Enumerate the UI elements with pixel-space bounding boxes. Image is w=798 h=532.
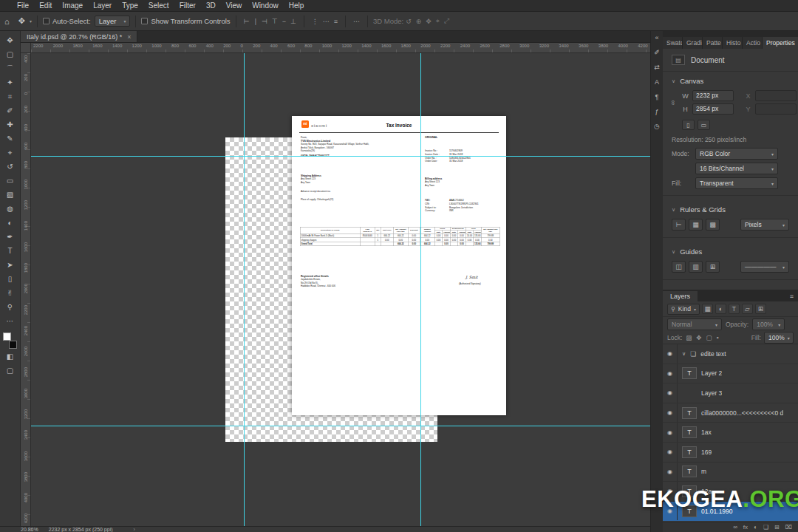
menu-item[interactable]: Edit (34, 0, 57, 12)
layer-row[interactable]: ◉ T 169 (663, 443, 798, 463)
layer-row[interactable]: ◉ T m (663, 463, 798, 482)
rulers-grids-section-header[interactable]: ∨ Rulers & Grids (663, 200, 798, 216)
filter-pixel-layers-icon[interactable]: ▦ (702, 304, 713, 314)
eyedropper-tool[interactable]: ✐ (1, 103, 19, 117)
layer-filter-kind-dropdown[interactable]: ⚲ Kind ▾ (667, 304, 700, 315)
dodge-tool[interactable]: ◐ (1, 216, 19, 230)
color-mode-dropdown[interactable]: RGB Color ▾ (695, 148, 778, 160)
toggle-rulers-icon[interactable]: ⊢ (672, 219, 686, 231)
brush-tool[interactable]: ✎ (1, 132, 19, 146)
marquee-tool[interactable]: ▢ (1, 47, 19, 61)
distribute-spacing-icon[interactable]: ≡ (334, 18, 338, 25)
glyphs-panel-icon[interactable]: ƒ (655, 108, 658, 115)
visibility-eye-icon[interactable]: ◉ (667, 389, 672, 396)
visibility-eye-icon[interactable]: ◉ (667, 350, 672, 357)
guide-vertical[interactable] (244, 53, 245, 526)
new-layer-icon[interactable]: ⊞ (774, 524, 780, 531)
lock-guides-icon[interactable]: ⊞ (706, 261, 720, 273)
healing-brush-tool[interactable]: ✚ (1, 117, 19, 132)
home-icon[interactable]: ⌂ (4, 17, 10, 26)
canvas-width-input[interactable]: 2232 px (692, 90, 734, 101)
guide-vertical[interactable] (420, 53, 421, 526)
layer-row[interactable]: ◉ Layer 3 (663, 383, 798, 403)
quick-selection-tool[interactable]: ✦ (1, 75, 19, 89)
guide-horizontal[interactable] (31, 426, 650, 426)
distribute-horizontal-icon[interactable]: ⋯ (323, 18, 330, 25)
menu-item[interactable]: Layer (88, 0, 117, 12)
opacity-dropdown[interactable]: 100% ▾ (752, 318, 785, 330)
delete-layer-icon[interactable]: ⌧ (785, 524, 792, 531)
canvas-fill-dropdown[interactable]: Transparent ▾ (695, 177, 778, 189)
blend-mode-dropdown[interactable]: Normal ▾ (667, 318, 722, 330)
quick-mask-icon[interactable]: ◧ (1, 349, 19, 364)
chevron-right-icon[interactable]: › (134, 527, 135, 532)
panel-menu-icon[interactable]: ≡ (785, 293, 798, 301)
visibility-eye-icon[interactable]: ◉ (667, 370, 672, 377)
align-center-horizontal-icon[interactable]: ∣ (253, 18, 257, 25)
menu-item[interactable]: View (221, 0, 248, 12)
fill-dropdown[interactable]: 100% ▾ (764, 332, 794, 344)
move-tool[interactable]: ✥ (1, 33, 19, 47)
link-layers-icon[interactable]: ∞ (733, 524, 737, 531)
auto-select-checkbox[interactable] (43, 18, 50, 24)
lock-all-icon[interactable]: ▪ (717, 334, 719, 341)
filter-adjustment-layers-icon[interactable]: ◐ (715, 304, 726, 314)
clone-stamp-tool[interactable]: ⌖ (1, 146, 19, 160)
align-left-icon[interactable]: ⊢ (244, 18, 250, 25)
auto-select-target-dropdown[interactable]: Layer ▾ (95, 16, 131, 27)
more-options-icon[interactable]: ⋯ (353, 18, 360, 25)
hand-tool[interactable]: ✌ (1, 286, 19, 300)
pen-tool[interactable]: ✒ (1, 230, 19, 244)
bit-depth-dropdown[interactable]: 16 Bits/Channel ▾ (695, 163, 778, 174)
panel-tab[interactable]: Histo (723, 37, 743, 49)
layer-mask-icon[interactable]: ❏ (763, 524, 768, 531)
lock-position-icon[interactable]: ✥ (696, 334, 701, 341)
canvas-height-input[interactable]: 2854 px (692, 103, 734, 115)
filter-type-layers-icon[interactable]: T (729, 304, 740, 314)
menu-item[interactable]: Type (117, 0, 143, 12)
guide-style-dropdown[interactable]: ————— ▾ (740, 261, 789, 273)
align-right-icon[interactable]: ⊣ (262, 18, 267, 25)
history-panel-icon[interactable]: ◷ (654, 123, 660, 130)
history-brush-tool[interactable]: ↺ (1, 160, 19, 174)
link-dimensions-icon[interactable]: ∞ (669, 100, 677, 105)
landscape-orientation-button[interactable]: ▭ (698, 120, 710, 130)
visibility-eye-icon[interactable]: ◉ (667, 429, 672, 436)
background-color-swatch[interactable] (9, 341, 17, 349)
menu-item[interactable]: Filter (174, 0, 201, 12)
type-tool[interactable]: T (1, 244, 19, 258)
eraser-tool[interactable]: ▭ (1, 174, 19, 188)
guides-section-header[interactable]: ∨ Guides (663, 242, 798, 259)
distribute-vertical-icon[interactable]: ⋮ (312, 18, 318, 25)
menu-item[interactable]: Help (284, 0, 310, 12)
lasso-tool[interactable]: ⌒ (1, 61, 19, 75)
move-tool-preset-icon[interactable]: ✥ (18, 16, 25, 26)
swap-panel-icon[interactable]: ⇄ (654, 64, 660, 71)
lock-transparency-icon[interactable]: ▨ (686, 334, 692, 341)
character-panel-icon[interactable]: A (655, 78, 659, 86)
path-selection-tool[interactable]: ➤ (1, 258, 19, 272)
panel-tab[interactable]: Swatc (663, 37, 683, 49)
menu-item[interactable]: File (12, 0, 34, 12)
guides-from-shape-icon[interactable]: ▥ (689, 261, 703, 273)
layer-row[interactable]: ◉ T Layer 2 (663, 364, 798, 384)
portrait-orientation-button[interactable]: ▯ (682, 120, 695, 130)
toggle-snap-icon[interactable]: ▩ (706, 219, 720, 231)
crop-tool[interactable]: ⌗ (1, 89, 19, 103)
menu-item[interactable]: Image (57, 0, 88, 12)
close-tab-icon[interactable]: × (127, 33, 131, 41)
gradient-tool[interactable]: ▧ (1, 188, 19, 202)
layer-row-group[interactable]: ◉ ∨ ❏ edite text (663, 344, 798, 364)
document-tab[interactable]: Italy id.psd @ 20.7% (RGB/16) * × (21, 31, 137, 42)
blur-tool[interactable]: ◍ (1, 202, 19, 216)
visibility-eye-icon[interactable]: ◉ (667, 409, 672, 416)
invoice-page[interactable]: mi xiaomi Tax Invoice From, TVS Electron… (292, 116, 506, 415)
horizontal-ruler[interactable]: 2200200018001600140012001000800600400200… (31, 43, 650, 53)
align-center-vertical-icon[interactable]: − (282, 18, 286, 25)
filter-smart-objects-icon[interactable]: ⊞ (755, 304, 766, 314)
edit-toolbar-icon[interactable]: ⋯ (1, 314, 19, 328)
lock-artboard-icon[interactable]: ▢ (706, 334, 712, 341)
visibility-eye-icon[interactable]: ◉ (667, 468, 672, 475)
panel-tab[interactable]: Actio (743, 37, 763, 49)
layer-style-icon[interactable]: fx (743, 524, 748, 531)
